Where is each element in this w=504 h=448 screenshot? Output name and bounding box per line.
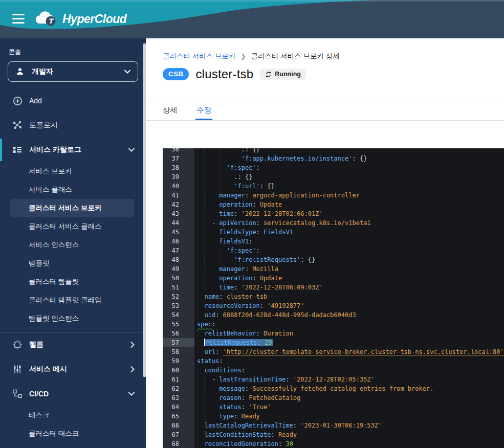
code-line[interactable]: 46 fieldsV1:: [163, 237, 504, 246]
app-window: T HyperCloud 콘솔 개발자: [0, 0, 504, 448]
code-line[interactable]: 39 .: {}: [163, 172, 504, 182]
code-line[interactable]: 51 time: '2022-12-28T06:09:03Z': [163, 283, 504, 292]
sidebar-item-service-class[interactable]: 서비스 클래스: [0, 181, 146, 199]
code-line[interactable]: 62 message: Successfully fetched catalog…: [163, 384, 504, 393]
line-number: 57: [163, 338, 194, 347]
breadcrumb-current: 클러스터 서비스 브로커 상세: [251, 52, 340, 61]
tab-detail[interactable]: 상세: [163, 100, 178, 120]
code-line[interactable]: 68 reconciledGeneration: 30: [163, 439, 504, 448]
section-label: CI/CD: [29, 390, 49, 398]
code-line[interactable]: 67 lastConditionState: Ready: [163, 430, 504, 439]
sidebar-item-label: 서비스 인스턴스: [29, 240, 79, 250]
sidebar-item-service-broker[interactable]: 서비스 브로커: [0, 162, 146, 181]
sidebar-item-label: 템플릿: [29, 259, 50, 268]
sidebar-section-cicd[interactable]: CI/CD: [0, 382, 146, 406]
code-line[interactable]: 45 fieldsType: FieldsV1: [163, 228, 504, 237]
line-number: 64: [163, 402, 194, 412]
sidebar-item-cluster-service-broker-active[interactable]: 클러스터 서비스 브로커: [10, 199, 134, 217]
line-number: 63: [163, 393, 194, 402]
cloud-logo-icon: T: [34, 10, 58, 28]
code-line[interactable]: 37 'f:app.kubernetes.io/instance': {}: [163, 154, 504, 163]
code-line[interactable]: 52 name: cluster-tsb: [163, 292, 504, 301]
code-line[interactable]: 57 relistRequests: 29: [163, 338, 504, 347]
line-number: 49: [163, 264, 194, 274]
code-line[interactable]: 63 reason: FetchedCatalog: [163, 393, 504, 402]
hamburger-menu-icon[interactable]: [12, 14, 25, 24]
code-line[interactable]: 36 .: {}: [163, 148, 504, 154]
code-line[interactable]: 44 - apiVersion: servicecatalog.k8s.io/v…: [163, 218, 504, 228]
page-title-row: CSB cluster-tsb Running: [163, 67, 306, 81]
code-line[interactable]: 64 status: 'True': [163, 402, 504, 412]
sidebar-item-service-instance[interactable]: 서비스 인스턴스: [0, 236, 146, 254]
chevron-down-icon: [128, 148, 135, 152]
line-number: 36: [163, 148, 194, 154]
line-number: 46: [163, 237, 194, 246]
sidebar-item-label: 템플릿 인스턴스: [29, 314, 79, 323]
line-number: 45: [163, 228, 194, 237]
helm-icon: [12, 340, 23, 350]
breadcrumb: 클러스터 서비스 브로커 ❯ 클러스터 서비스 브로커 상세: [163, 52, 340, 61]
code-line[interactable]: 49 manager: Mozilla: [163, 264, 504, 274]
sidebar-item-task[interactable]: 태스크: [0, 406, 146, 424]
perspective-label: 개발자: [32, 67, 124, 76]
line-number: 40: [163, 182, 194, 191]
code-line[interactable]: 40 'f:url': {}: [163, 182, 504, 191]
page-title: cluster-tsb: [195, 67, 253, 81]
code-line[interactable]: 43 time: '2022-12-28T02:06:01Z': [163, 209, 504, 218]
line-number: 47: [163, 246, 194, 255]
chevron-down-icon: [124, 70, 130, 74]
code-line[interactable]: 60 conditions:: [163, 366, 504, 375]
hypercloud-logo[interactable]: T HyperCloud: [34, 10, 126, 28]
breadcrumb-link-cluster-service-broker[interactable]: 클러스터 서비스 브로커: [163, 52, 236, 61]
line-number: 42: [163, 200, 194, 209]
code-line[interactable]: 48 'f:relistRequests': {}: [163, 255, 504, 264]
line-number: 50: [163, 274, 194, 283]
sidebar-item-template-instance[interactable]: 템플릿 인스턴스: [0, 309, 146, 328]
sidebar-item-cluster-service-class[interactable]: 클러스터 서비스 클래스: [0, 217, 146, 236]
sidebar-section-service-mesh[interactable]: 서비스 메시: [0, 357, 146, 382]
code-line[interactable]: 61 - lastTransitionTime: '2022-12-28T02:…: [163, 375, 504, 384]
tab-edit-active[interactable]: 수정: [196, 100, 211, 120]
chevron-right-icon: [130, 366, 135, 372]
code-line[interactable]: 53 resourceVersion: '49192877': [163, 301, 504, 310]
code-line[interactable]: 50 operation: Update: [163, 274, 504, 283]
line-number: 38: [163, 163, 194, 172]
perspective-dropdown[interactable]: 개발자: [8, 61, 138, 82]
sidebar-item-cluster-template[interactable]: 클러스터 템플릿: [0, 273, 146, 291]
code-line[interactable]: 41 manager: argocd-application-controlle…: [163, 191, 504, 200]
code-line[interactable]: 47 'f:spec':: [163, 246, 504, 255]
code-line[interactable]: 58 url: 'http://cluster-template-service…: [163, 347, 504, 356]
yaml-code-editor[interactable]: 36 .: {}37 'f:app.kubernetes.io/instance…: [163, 148, 504, 448]
sidebar-item-cluster-template-claim[interactable]: 클러스터 템플릿 클레임: [0, 291, 146, 309]
code-line[interactable]: 38 'f:spec':: [163, 163, 504, 172]
chevron-down-icon: [128, 392, 135, 396]
sidebar-item-label: 클러스터 서비스 브로커: [29, 204, 102, 213]
code-line[interactable]: 42 operation: Update: [163, 200, 504, 209]
sidebar-item-template[interactable]: 템플릿: [0, 254, 146, 273]
sidebar-item-cluster-task[interactable]: 클러스터 태스크: [0, 424, 146, 443]
line-number: 44: [163, 218, 194, 228]
kind-badge-csb: CSB: [163, 68, 189, 80]
line-number: 37: [163, 154, 194, 163]
sidebar-section-helm[interactable]: 헬름: [0, 332, 146, 357]
code-line[interactable]: 54 uid: 6888f20d-628d-448d-995d-dadacb60…: [163, 310, 504, 320]
service-mesh-icon: [12, 364, 23, 374]
chevron-right-icon: [130, 342, 135, 348]
line-number: 59: [163, 356, 194, 366]
code-line[interactable]: 59status:: [163, 356, 504, 366]
sidebar-item-task-run[interactable]: 태스크 런: [0, 443, 146, 448]
code-line[interactable]: 55spec:: [163, 320, 504, 329]
sidebar-item-add[interactable]: Add: [0, 88, 146, 113]
tab-label: 수정: [196, 105, 211, 115]
sidebar-item-label: 태스크: [29, 411, 50, 420]
sidebar-item-topology[interactable]: 토폴로지: [0, 113, 146, 138]
code-line[interactable]: 56 relistBehavior: Duration: [163, 329, 504, 338]
status-badge: Running: [260, 69, 306, 80]
section-label: 헬름: [29, 340, 43, 349]
text-cursor: [204, 339, 205, 346]
sidebar-section-service-catalog[interactable]: 서비스 카탈로그: [0, 138, 146, 162]
sidebar-item-label: 서비스 클래스: [29, 185, 72, 194]
code-line[interactable]: 66 lastCatalogRetrievalTime: '2023-01-30…: [163, 421, 504, 430]
code-line[interactable]: 65 type: Ready: [163, 412, 504, 421]
tab-bar: 상세 수정: [146, 100, 504, 121]
